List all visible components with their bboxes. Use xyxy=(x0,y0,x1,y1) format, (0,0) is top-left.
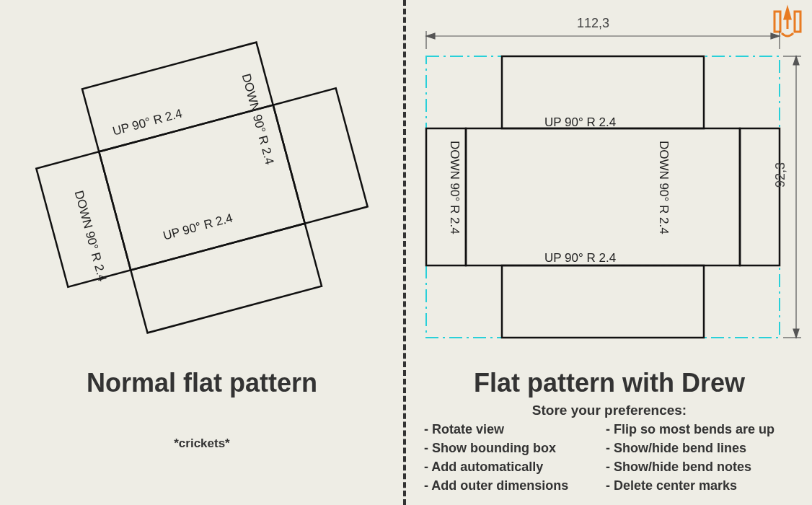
right-flat-pattern xyxy=(415,13,812,359)
feature-item: - Add automatically xyxy=(424,457,604,476)
svg-rect-2 xyxy=(131,224,322,333)
bend-lines xyxy=(466,128,740,265)
feature-item: - Show/hide bend notes xyxy=(606,457,808,476)
divider xyxy=(403,0,406,505)
svg-rect-23 xyxy=(740,128,780,265)
svg-marker-18 xyxy=(793,329,799,338)
dim-height-value: 92,3 xyxy=(773,162,788,188)
feature-item: - Rotate view xyxy=(424,420,604,439)
features-col-1: - Rotate view - Show bounding box - Add … xyxy=(424,420,604,495)
svg-line-6 xyxy=(131,224,304,271)
r-bend-left: DOWN 90° R 2.4 xyxy=(447,141,462,234)
r-bend-bottom: UP 90° R 2.4 xyxy=(544,251,616,265)
part-outline xyxy=(426,56,780,338)
svg-line-7 xyxy=(99,152,131,270)
comparison-figure: UP 90° R 2.4 DOWN 90° R 2.4 UP 90° R 2.4… xyxy=(0,0,812,505)
svg-rect-19 xyxy=(466,128,740,265)
features-col-2: - Flip so most bends are up - Show/hide … xyxy=(606,420,808,495)
dimension-width xyxy=(426,31,780,49)
svg-line-8 xyxy=(273,105,305,224)
feature-item: - Flip so most bends are up xyxy=(606,420,808,439)
svg-marker-17 xyxy=(793,56,799,65)
r-bend-top: UP 90° R 2.4 xyxy=(544,115,616,130)
left-caption: *crickets* xyxy=(36,436,368,451)
svg-marker-12 xyxy=(426,33,435,39)
feature-item: - Show/hide bend lines xyxy=(606,439,808,457)
feature-item: - Delete center marks xyxy=(606,476,808,495)
svg-rect-21 xyxy=(502,265,704,338)
left-title: Normal flat pattern xyxy=(36,368,368,398)
r-bend-right: DOWN 90° R 2.4 xyxy=(656,141,671,234)
right-title: Flat pattern with Drew xyxy=(418,368,800,398)
left-flat-pattern xyxy=(14,22,389,354)
svg-marker-13 xyxy=(771,33,780,39)
dimension-height xyxy=(783,56,801,338)
right-subtitle: Store your preferences: xyxy=(418,403,800,418)
bounding-box xyxy=(426,56,780,338)
feature-item: - Add outer dimensions xyxy=(424,476,604,495)
feature-item: - Show bounding box xyxy=(424,439,604,457)
dim-width-value: 112,3 xyxy=(577,16,609,31)
svg-rect-4 xyxy=(273,88,368,224)
